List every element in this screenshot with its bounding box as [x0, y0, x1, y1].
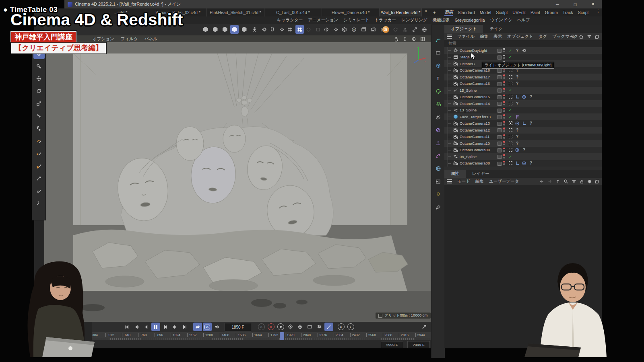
symmetry-settings-button[interactable]: [332, 25, 340, 34]
layer-dots[interactable]: [503, 161, 505, 166]
dim-tool-b-button[interactable]: [314, 25, 322, 34]
spline-smooth-tool[interactable]: [33, 197, 45, 209]
enable-toggle[interactable]: [497, 122, 502, 126]
render-view-button[interactable]: [340, 25, 349, 34]
refresh-button[interactable]: [391, 25, 400, 34]
add-tab-button[interactable]: +: [430, 8, 439, 16]
transform-arrows-button[interactable]: [433, 138, 444, 148]
globe-button[interactable]: [433, 163, 444, 174]
target-tag[interactable]: [522, 95, 526, 99]
viewfinder-tag[interactable]: [508, 148, 513, 152]
object-row[interactable]: OctaneDayLight✓?: [444, 47, 602, 54]
float-panel-icon[interactable]: [595, 179, 599, 184]
enable-toggle[interactable]: [497, 115, 502, 119]
quantize-snap-button[interactable]: [295, 25, 304, 34]
viewfinder-tag[interactable]: [508, 134, 513, 139]
pan-hand-icon[interactable]: [394, 37, 398, 41]
multi-move-tool[interactable]: [33, 123, 45, 134]
question-tag[interactable]: ?: [515, 75, 520, 79]
enable-toggle[interactable]: [497, 135, 502, 139]
dim-tool-a-button[interactable]: [304, 25, 313, 34]
spline-pen-circle-tool[interactable]: [33, 185, 45, 196]
playhead[interactable]: [280, 332, 284, 340]
object-row[interactable]: OctaneCamera17?: [444, 74, 602, 80]
enable-toggle[interactable]: [497, 148, 502, 152]
menu-item[interactable]: キャラクター: [277, 17, 303, 23]
question-tag[interactable]: ?: [528, 95, 533, 99]
cloner-button[interactable]: [433, 99, 444, 109]
menu-item[interactable]: 機能拡張: [432, 17, 449, 23]
layout-tab[interactable]: Sculpt: [496, 10, 508, 15]
enable-toggle[interactable]: [497, 142, 502, 146]
key-position-button[interactable]: [286, 323, 295, 331]
select-move-tool[interactable]: [33, 110, 45, 121]
spline-pen-button[interactable]: [433, 35, 444, 45]
filter-icon[interactable]: [587, 34, 592, 39]
layer-dots[interactable]: [503, 154, 505, 159]
prev-frame-button[interactable]: [142, 323, 151, 331]
attribute-menu-item[interactable]: ユーザーデータ: [489, 179, 519, 184]
view-setup-button[interactable]: [433, 176, 444, 187]
object-row[interactable]: 08_Spline✓: [444, 153, 602, 160]
axis-settings-button[interactable]: [260, 25, 268, 34]
layer-dots[interactable]: [503, 121, 505, 126]
enable-toggle[interactable]: [497, 162, 502, 166]
question-tag[interactable]: ?: [515, 101, 520, 106]
texture-mode-button[interactable]: [211, 25, 219, 34]
up-icon[interactable]: [555, 179, 560, 184]
fields-button[interactable]: [433, 112, 444, 122]
object-search-input[interactable]: 検索: [444, 40, 602, 47]
maximize-button[interactable]: □: [566, 0, 584, 8]
autokey-record-button[interactable]: A: [266, 323, 275, 331]
float-panel-icon[interactable]: [595, 35, 599, 39]
next-key-button[interactable]: [171, 323, 180, 331]
object-row[interactable]: Face_Target.for13✓: [444, 113, 602, 120]
magnet-snap-button[interactable]: [268, 25, 277, 34]
layout-tab[interactable]: Standard: [458, 10, 475, 15]
expand-view-button[interactable]: [411, 25, 419, 34]
enable-toggle[interactable]: [497, 155, 502, 159]
menu-item[interactable]: アニメーション: [308, 17, 338, 23]
menu-item[interactable]: Greyscalegorilla: [454, 18, 485, 23]
spline-mask-button[interactable]: [433, 125, 444, 135]
loop-button[interactable]: [193, 323, 202, 331]
menu-item[interactable]: レンダリング: [401, 17, 427, 23]
question-tag[interactable]: ?: [515, 128, 520, 132]
flag-tag[interactable]: [515, 115, 520, 119]
render-picture-viewer-button[interactable]: [369, 25, 378, 34]
toggle-layout-icon[interactable]: [420, 37, 425, 41]
snap-settings-button[interactable]: [278, 25, 286, 34]
enable-toggle[interactable]: [497, 102, 502, 106]
object-manager-menu-item[interactable]: タグ: [538, 34, 547, 39]
viewfinder-tag[interactable]: [508, 101, 513, 106]
question-tag[interactable]: ?: [528, 121, 533, 125]
go-start-button[interactable]: [122, 323, 131, 331]
burger-menu-icon[interactable]: [447, 34, 452, 39]
render-region-button[interactable]: [359, 25, 368, 34]
viewport-menu-item[interactable]: オプション: [93, 36, 114, 42]
character-axis-button[interactable]: [250, 25, 259, 34]
viewfinder-tag[interactable]: [508, 95, 513, 99]
model-mode-button[interactable]: [201, 25, 210, 34]
layer-dots[interactable]: [503, 141, 505, 146]
keyframe-record-button[interactable]: [276, 323, 285, 331]
protect-tag[interactable]: [522, 121, 526, 125]
octane-badge-button[interactable]: S: [382, 25, 390, 34]
spline-pen-square-tool[interactable]: [33, 148, 45, 159]
layer-dots[interactable]: [503, 74, 505, 80]
enable-toggle[interactable]: [497, 95, 502, 99]
key-parameter-button[interactable]: [315, 323, 324, 331]
menu-item[interactable]: ヘルプ: [517, 17, 530, 23]
viewfinder-active-tag[interactable]: [508, 121, 513, 125]
layer-dots[interactable]: [503, 134, 505, 140]
menu-item[interactable]: トラッカー: [374, 17, 396, 23]
timeline-ruler[interactable]: 3845126407688961024115212801408153616641…: [92, 332, 431, 340]
layer-dots[interactable]: [503, 114, 505, 119]
object-manager-menu-item[interactable]: 編集: [480, 34, 488, 39]
render-marked-button[interactable]: A: [350, 25, 358, 34]
enable-toggle[interactable]: [497, 69, 502, 73]
attribute-menu-item[interactable]: モード: [457, 179, 470, 184]
document-tab[interactable]: !Vail_forRender.c4d *: [380, 8, 422, 16]
rotate-view-icon[interactable]: [411, 37, 416, 41]
layer-dots[interactable]: [503, 128, 505, 133]
